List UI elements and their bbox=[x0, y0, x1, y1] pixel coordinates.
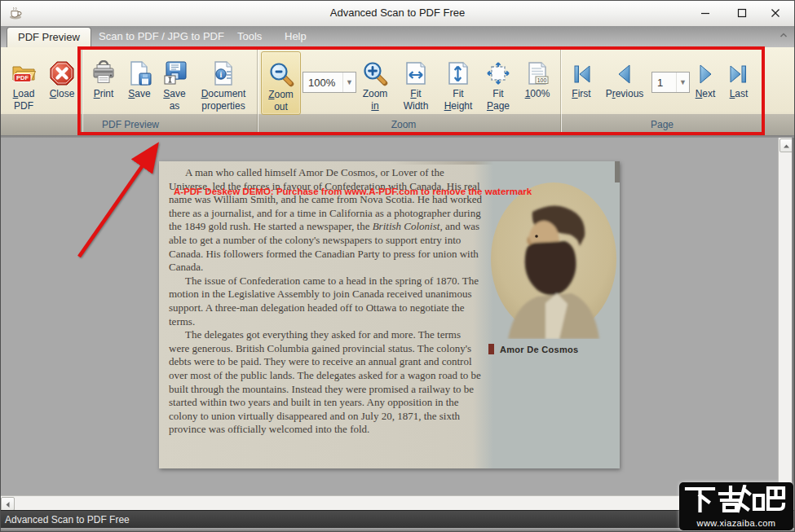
zoom-in-button[interactable]: Zoomin bbox=[356, 51, 394, 113]
group-label-pdf-preview: PDF Preview bbox=[82, 119, 179, 132]
photo-caption: Amor De Cosmos bbox=[488, 344, 579, 354]
fit-page-button[interactable]: FitPage bbox=[480, 51, 516, 113]
window-title: Advanced Scan to PDF Free bbox=[0, 7, 795, 19]
dropdown-arrow-icon[interactable]: ▼ bbox=[676, 73, 689, 92]
xiazaiba-url: www.xiazaiba.com bbox=[697, 518, 776, 528]
last-page-button[interactable]: Last bbox=[722, 51, 756, 113]
chevron-up-icon bbox=[779, 28, 788, 42]
xiazaiba-logo-glyphs bbox=[684, 485, 788, 519]
maximize-button[interactable] bbox=[726, 3, 758, 23]
fit-height-icon bbox=[445, 51, 471, 86]
first-page-icon bbox=[569, 51, 594, 86]
svg-text:100: 100 bbox=[537, 77, 547, 83]
previous-page-button[interactable]: Previous bbox=[599, 51, 650, 113]
pdf-preview-area: A man who called himself Amor De Cosmos,… bbox=[0, 138, 778, 495]
scroll-left-button[interactable] bbox=[1, 497, 15, 511]
status-bar: Advanced Scan to PDF Free bbox=[0, 510, 795, 529]
fit-height-button[interactable]: FitHeight bbox=[438, 51, 479, 113]
next-page-button[interactable]: Next bbox=[689, 51, 722, 113]
minimize-icon bbox=[700, 8, 710, 18]
next-page-icon bbox=[693, 51, 718, 86]
zoom-out-icon bbox=[268, 52, 294, 87]
dropdown-arrow-icon[interactable]: ▼ bbox=[342, 73, 356, 92]
status-text: Advanced Scan to PDF Free bbox=[0, 514, 130, 525]
last-page-icon bbox=[727, 51, 751, 86]
document-properties-button[interactable]: i Documentproperties bbox=[193, 51, 254, 113]
minimize-button[interactable] bbox=[689, 3, 722, 23]
window-bottom-edge bbox=[0, 528, 795, 532]
first-page-button[interactable]: First bbox=[565, 51, 598, 113]
save-button[interactable]: Save bbox=[123, 51, 156, 113]
zoom-100-icon: 100 bbox=[524, 51, 550, 86]
arrow-up-icon bbox=[783, 138, 790, 153]
group-label-zoom: Zoom bbox=[355, 119, 453, 132]
ribbon-toolbar: PDF LoadPDF Close Prin bbox=[0, 47, 795, 135]
fit-width-button[interactable]: FitWidth bbox=[395, 51, 436, 113]
arrow-left-icon bbox=[4, 497, 11, 512]
tab-scan-to-pdf[interactable]: Scan to PDF / JPG to PDF bbox=[88, 26, 235, 47]
vertical-scrollbar[interactable] bbox=[778, 138, 793, 495]
group-separator bbox=[257, 49, 258, 134]
xiazaiba-logo: www.xiazaiba.com bbox=[679, 482, 793, 530]
scanned-page: A man who called himself Amor De Cosmos,… bbox=[159, 161, 620, 468]
svg-text:i: i bbox=[220, 70, 223, 79]
close-window-button[interactable] bbox=[759, 3, 792, 23]
zoom-level-combobox[interactable]: 100% ▼ bbox=[303, 72, 356, 93]
zoom-in-icon bbox=[362, 51, 388, 86]
close-pdf-icon bbox=[49, 51, 75, 86]
title-bar: Advanced Scan to PDF Free bbox=[0, 0, 795, 26]
previous-page-icon bbox=[612, 51, 637, 86]
fit-page-icon bbox=[485, 51, 511, 86]
load-pdf-button[interactable]: PDF LoadPDF bbox=[5, 51, 42, 113]
svg-text:PDF: PDF bbox=[16, 74, 29, 81]
zoom-level-value[interactable]: 100% bbox=[303, 77, 342, 89]
ribbon-collapse-button[interactable] bbox=[777, 29, 790, 41]
save-as-button[interactable]: Saveas bbox=[157, 51, 192, 113]
close-pdf-button[interactable]: Close bbox=[44, 51, 80, 113]
tab-tools[interactable]: Tools bbox=[227, 26, 272, 47]
maximize-icon bbox=[737, 8, 747, 18]
group-separator bbox=[560, 49, 561, 134]
group-label-page: Page bbox=[613, 119, 711, 132]
close-window-icon bbox=[771, 8, 780, 18]
caption-bullet bbox=[488, 344, 494, 354]
tab-pdf-preview[interactable]: PDF Preview bbox=[7, 27, 91, 48]
print-button[interactable]: Print bbox=[86, 51, 121, 113]
page-number-combobox[interactable]: 1 ▼ bbox=[651, 72, 690, 93]
horizontal-scrollbar[interactable] bbox=[0, 495, 778, 511]
portrait-photo bbox=[485, 179, 622, 339]
document-properties-icon: i bbox=[210, 51, 236, 86]
load-pdf-icon: PDF bbox=[11, 51, 37, 86]
page-text: A man who called himself Amor De Cosmos,… bbox=[169, 166, 484, 437]
window-frame-edge bbox=[792, 138, 795, 510]
page-number-value[interactable]: 1 bbox=[652, 77, 676, 89]
print-icon bbox=[91, 51, 117, 86]
caption-text: Amor De Cosmos bbox=[500, 345, 579, 354]
save-as-icon bbox=[161, 51, 188, 86]
fit-width-icon bbox=[403, 51, 429, 86]
zoom-100-button[interactable]: 100 100% bbox=[518, 51, 557, 113]
demo-watermark-text: A-PDF Deskew DEMO: Purchase from www.A-P… bbox=[174, 187, 532, 196]
save-icon bbox=[126, 51, 152, 86]
tab-help[interactable]: Help bbox=[274, 26, 317, 47]
ribbon-tab-bar: PDF Preview Scan to PDF / JPG to PDF Too… bbox=[0, 26, 795, 47]
zoom-out-button[interactable]: Zoomout bbox=[261, 51, 301, 115]
